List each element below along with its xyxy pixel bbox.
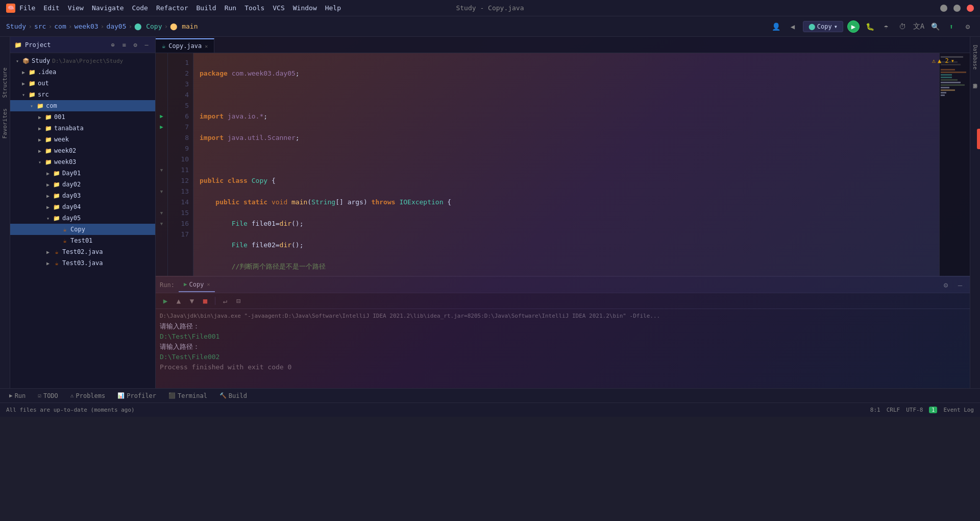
breadcrumb-week03[interactable]: week03	[75, 22, 99, 30]
tree-item-day01[interactable]: ▶ 📁 Day01	[10, 168, 155, 179]
idea-icon: 📁	[28, 68, 36, 76]
tree-item-day02[interactable]: ▶ 📁 day02	[10, 179, 155, 190]
minimize-button[interactable]	[940, 5, 947, 12]
tree-item-day04[interactable]: ▶ 📁 day04	[10, 201, 155, 212]
src-name: src	[38, 91, 49, 98]
editor-tabs: ☕ Copy.java ✕	[156, 37, 970, 53]
profile-icon[interactable]: ⏱	[896, 20, 909, 33]
problems-icon: ⚠	[70, 392, 74, 399]
run-config-button[interactable]: ⬤ Copy ▾	[803, 21, 843, 32]
menu-vcs[interactable]: VCS	[273, 4, 284, 12]
tab-close-icon[interactable]: ✕	[205, 43, 208, 49]
tree-item-week[interactable]: ▶ 📁 week	[10, 134, 155, 145]
tree-item-copy[interactable]: ☕ Copy	[10, 224, 155, 235]
run-output[interactable]: D:\Java\jdk\bin\java.exe "-javaagent:D:\…	[156, 309, 970, 388]
status-crlf[interactable]: CRLF	[887, 407, 900, 413]
code-content[interactable]: package com.week03.day05; import java.io…	[193, 53, 939, 276]
gutter-16[interactable]: ▼	[160, 218, 163, 229]
root-folder-icon: 📦	[22, 57, 30, 65]
menu-navigate[interactable]: Navigate	[92, 4, 124, 12]
tree-item-src[interactable]: ▾ 📁 src	[10, 89, 155, 100]
run-settings-icon[interactable]: ⚙	[940, 279, 951, 291]
minimap	[939, 53, 970, 276]
update-icon[interactable]: ⬆	[945, 20, 958, 33]
panel-minimize-icon[interactable]: —	[142, 40, 151, 50]
bottom-tab-problems[interactable]: ⚠ Problems	[65, 390, 110, 402]
tree-item-tanabata[interactable]: ▶ 📁 tanabata	[10, 123, 155, 134]
right-tab-custom[interactable]: 方汉字小新	[971, 76, 979, 84]
bottom-tab-todo[interactable]: ☑ TODO	[33, 390, 63, 402]
tree-item-week03[interactable]: ▾ 📁 week03	[10, 156, 155, 168]
tree-item-test03[interactable]: ▶ ☕ Test03.java	[10, 257, 155, 269]
warning-expand[interactable]: ▾	[951, 57, 954, 64]
structure-label[interactable]: Structure	[2, 67, 8, 98]
run-minimize-icon[interactable]: —	[954, 279, 966, 291]
run-tab-copy[interactable]: ▶ Copy ✕	[179, 278, 215, 292]
menu-build[interactable]: Build	[197, 4, 216, 12]
soft-wrap-button[interactable]: ↵	[219, 295, 231, 306]
tree-item-day05[interactable]: ▾ 📁 day05	[10, 212, 155, 224]
scroll-up-button[interactable]: ▲	[173, 295, 184, 306]
menu-code[interactable]: Code	[132, 4, 148, 12]
status-charset[interactable]: UTF-8	[906, 407, 923, 413]
bottom-tab-profiler[interactable]: 📊 Profiler	[112, 390, 161, 402]
debug-icon[interactable]: 🐛	[864, 20, 876, 33]
gutter-6[interactable]: ▶	[160, 111, 163, 122]
tree-item-test02[interactable]: ▶ ☕ Test02.java	[10, 246, 155, 257]
breadcrumb-study[interactable]: Study	[6, 22, 26, 30]
translate-icon[interactable]: 文A	[913, 20, 925, 33]
tree-item-day03[interactable]: ▶ 📁 day03	[10, 190, 155, 201]
back-icon[interactable]: ◀	[787, 20, 799, 33]
stop-button[interactable]: ■	[200, 295, 211, 306]
breadcrumb-src[interactable]: src	[34, 22, 46, 30]
settings-icon[interactable]: ⚙	[962, 20, 974, 33]
event-log-badge[interactable]: 1	[929, 407, 937, 413]
favorites-label[interactable]: Favorites	[2, 108, 8, 139]
bottom-tab-terminal[interactable]: ⬛ Terminal	[163, 390, 212, 402]
line-numbers: 1 2 3 4 5 6 7 8 9 10 11 12 13 14 15 16 1…	[168, 53, 193, 276]
right-tab-database[interactable]: Database	[971, 41, 979, 74]
maximize-button[interactable]	[953, 5, 961, 12]
event-log-label[interactable]: Event Log	[943, 407, 974, 413]
person-icon[interactable]: 👤	[770, 20, 782, 33]
breadcrumb-copy[interactable]: ⬤ Copy	[134, 22, 162, 30]
editor-tab-copy[interactable]: ☕ Copy.java ✕	[156, 38, 214, 53]
gutter-13[interactable]: ▼	[160, 186, 163, 197]
menu-window[interactable]: Window	[293, 4, 317, 12]
tree-item-test01[interactable]: ☕ Test01	[10, 235, 155, 246]
run-tab-close[interactable]: ✕	[207, 281, 210, 287]
menu-file[interactable]: File	[19, 4, 35, 12]
bottom-tab-build[interactable]: 🔨 Build	[214, 390, 252, 402]
print-button[interactable]: ⊟	[233, 295, 244, 306]
menu-view[interactable]: View	[68, 4, 84, 12]
menu-help[interactable]: Help	[325, 4, 341, 12]
tree-item-out[interactable]: ▶ 📁 out	[10, 78, 155, 89]
menu-edit[interactable]: Edit	[43, 4, 59, 12]
breadcrumb-main[interactable]: ⬤ main	[170, 22, 198, 30]
close-button[interactable]	[967, 5, 974, 12]
tree-item-idea[interactable]: ▶ 📁 .idea	[10, 66, 155, 78]
breadcrumb-com[interactable]: com	[54, 22, 66, 30]
menu-tools[interactable]: Tools	[244, 4, 264, 12]
bottom-tab-run[interactable]: ▶ Run	[4, 390, 31, 402]
gutter-7[interactable]: ▶	[160, 122, 163, 132]
tree-item-001[interactable]: ▶ 📁 001	[10, 111, 155, 123]
search-icon[interactable]: 🔍	[929, 20, 941, 33]
breadcrumb-day05[interactable]: day05	[106, 22, 126, 30]
panel-collapse-icon[interactable]: ≡	[119, 40, 129, 50]
menu-run[interactable]: Run	[225, 4, 236, 12]
coverage-icon[interactable]: ☂	[880, 20, 892, 33]
gutter-11[interactable]: ▼	[160, 164, 163, 175]
ln-11: 11	[168, 164, 189, 175]
rerun-button[interactable]: ▶	[160, 295, 171, 306]
tree-item-com[interactable]: ▾ 📁 com	[10, 100, 155, 111]
day01-arrow: ▶	[45, 170, 51, 176]
scroll-down-button[interactable]: ▼	[186, 295, 198, 306]
gutter-15[interactable]: ▼	[160, 207, 163, 218]
run-button[interactable]: ▶	[847, 20, 860, 33]
menu-refactor[interactable]: Refactor	[156, 4, 188, 12]
panel-settings-icon[interactable]: ⚙	[131, 40, 140, 50]
tree-item-week02[interactable]: ▶ 📁 week02	[10, 145, 155, 156]
tree-item-root[interactable]: ▾ 📦 Study D:\Java\Project\Study	[10, 55, 155, 66]
panel-scope-icon[interactable]: ⊕	[108, 40, 117, 50]
